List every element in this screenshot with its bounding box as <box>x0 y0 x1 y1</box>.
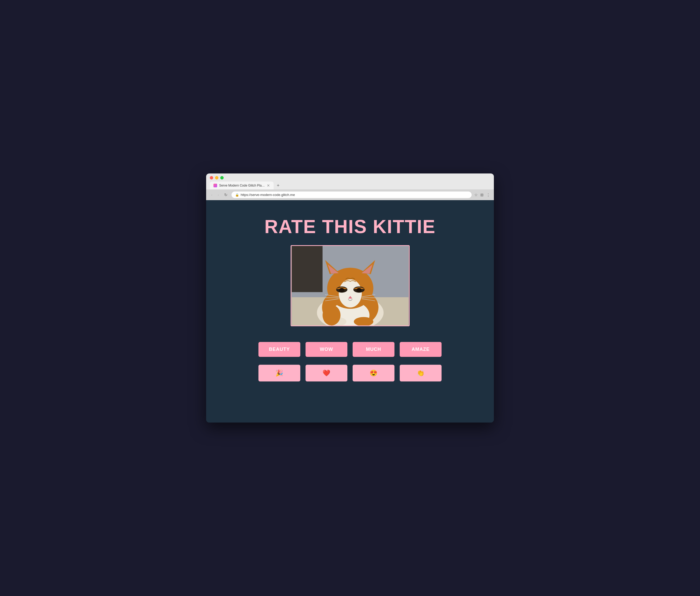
browser-window: Serve Modern Code Glitch Pla… ✕ + ‹ › ↻ … <box>206 173 494 423</box>
browser-chrome: Serve Modern Code Glitch Pla… ✕ + <box>206 173 494 190</box>
url-text: https://serve-modern-code.glitch.me <box>241 193 295 197</box>
star-eyes-button[interactable]: 😍 <box>353 365 395 381</box>
traffic-lights <box>210 176 490 179</box>
lock-icon: 🔒 <box>235 193 239 197</box>
much-button[interactable]: MUCH <box>353 342 395 357</box>
forward-button[interactable]: › <box>216 192 220 198</box>
page-content: RATE THIS KITTIE <box>206 200 494 423</box>
bookmark-icon[interactable]: ☆ <box>474 193 478 197</box>
buttons-row-2: 🎉 ❤️ 😍 👏 <box>258 365 442 381</box>
maximize-traffic-light[interactable] <box>220 176 224 179</box>
svg-rect-2 <box>292 246 323 292</box>
svg-point-26 <box>323 305 341 325</box>
menu-icon[interactable]: ⋮ <box>486 193 490 197</box>
close-traffic-light[interactable] <box>210 176 213 179</box>
browser-tab[interactable]: Serve Modern Code Glitch Pla… ✕ <box>210 181 274 190</box>
page-title: RATE THIS KITTIE <box>265 216 436 237</box>
beauty-button[interactable]: BEAUTY <box>258 342 300 357</box>
extensions-icon[interactable]: ⊞ <box>480 193 484 197</box>
minimize-traffic-light[interactable] <box>215 176 219 179</box>
tab-favicon <box>214 184 217 187</box>
tab-close-icon[interactable]: ✕ <box>267 183 270 188</box>
amaze-button[interactable]: AMAZE <box>400 342 442 357</box>
address-bar: ‹ › ↻ 🔒 https://serve-modern-code.glitch… <box>206 190 494 200</box>
tab-title: Serve Modern Code Glitch Pla… <box>219 184 265 187</box>
back-button[interactable]: ‹ <box>210 192 214 198</box>
heart-button[interactable]: ❤️ <box>305 365 347 381</box>
sparkle-button[interactable]: 🎉 <box>258 365 300 381</box>
refresh-button[interactable]: ↻ <box>223 192 229 198</box>
cat-image-container <box>291 245 410 326</box>
url-bar[interactable]: 🔒 https://serve-modern-code.glitch.me <box>231 192 472 198</box>
clap-button[interactable]: 👏 <box>400 365 442 381</box>
wow-button[interactable]: WOW <box>305 342 347 357</box>
buttons-row-1: BEAUTY WOW MUCH AMAZE <box>258 342 442 357</box>
cat-image <box>292 246 409 325</box>
svg-point-10 <box>339 279 361 307</box>
svg-point-18 <box>356 288 361 292</box>
svg-point-17 <box>339 288 344 292</box>
new-tab-button[interactable]: + <box>275 182 282 190</box>
